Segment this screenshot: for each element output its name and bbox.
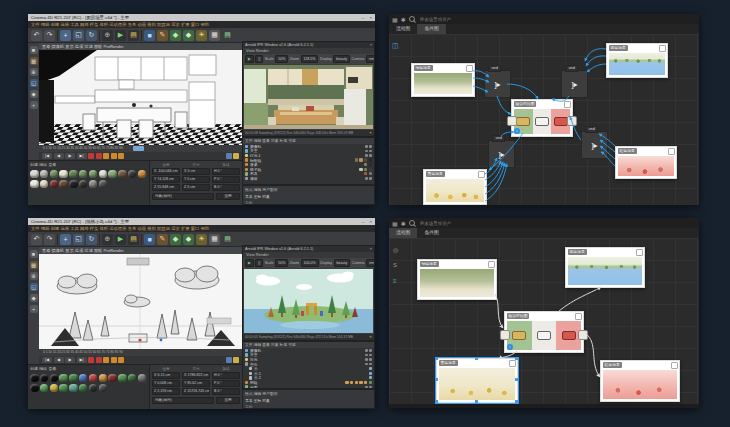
viewport-kitchen-wireframe[interactable] <box>39 50 242 145</box>
pos-z-field[interactable]: Z 2.193 cm <box>152 388 180 395</box>
node-menu-icon[interactable] <box>478 171 485 178</box>
material-swatch[interactable] <box>138 170 147 179</box>
viewport-menu[interactable]: 查看 摄像机 显示 选项 过滤 面板 ProRender <box>39 247 242 254</box>
merge-node[interactable]: und ]▸ <box>581 131 608 159</box>
info-badge[interactable]: i <box>514 128 520 134</box>
material-menu[interactable]: 创建 编辑 查看 <box>30 162 147 168</box>
go-start-button[interactable]: |◀ <box>42 357 52 363</box>
play-button[interactable]: ▶ <box>65 153 75 159</box>
material-manager[interactable]: 创建 编辑 查看 <box>28 364 149 409</box>
pos-y-field[interactable]: Y 74.118 cm <box>152 176 180 183</box>
material-swatch[interactable] <box>50 374 59 383</box>
ipr-play-icon[interactable]: ▶ <box>245 259 254 267</box>
node-green-scene[interactable]: 绿色场景 <box>417 259 497 300</box>
deformer-icon[interactable]: ◆ <box>170 234 181 245</box>
material-swatch[interactable] <box>99 170 108 179</box>
cube-primitive-icon[interactable]: ■ <box>144 30 155 41</box>
close-button[interactable]: × <box>369 219 372 224</box>
undo-icon[interactable]: ↶ <box>31 234 42 245</box>
arnold-ipr-window[interactable]: Arnold IPR Window v2.6 (Arnold 6.2.1.1) … <box>242 245 375 341</box>
grid-toggle-icon[interactable]: ▦ <box>392 16 398 23</box>
timeline-scrubber[interactable] <box>133 146 144 151</box>
graph-canvas[interactable]: ◎ S ≡ 绿色场景 <box>389 238 699 408</box>
texture-mode-icon[interactable]: ▦ <box>30 261 38 269</box>
c4d-window-kitchen[interactable]: Cinema 4D R21.207 (RC) - [厨房场景.c4d *] - … <box>28 14 375 205</box>
model-mode-icon[interactable]: ■ <box>30 250 38 258</box>
node-comparison[interactable]: 组合对比图 i <box>511 99 573 137</box>
material-swatch[interactable] <box>69 374 78 383</box>
arnold-ipr-window[interactable]: Arnold IPR Window v2.6 (Arnold 6.2.1.1) … <box>242 41 375 137</box>
rot-b-field[interactable]: B 0 ° <box>212 184 240 191</box>
input-port[interactable] <box>507 116 517 126</box>
keyframe-scale-icon[interactable] <box>111 357 117 363</box>
size-y-field[interactable]: Y 0 cm <box>182 176 210 183</box>
polygons-mode-icon[interactable]: ◆ <box>30 294 38 302</box>
merge-node[interactable]: und ]▸ <box>488 140 515 168</box>
search-input[interactable] <box>418 220 512 227</box>
timeline-ruler[interactable]: 0 5 10 15 20 25 30 35 40 45 50 55 60 65 … <box>39 349 242 356</box>
merge-node[interactable]: und ]▸ <box>561 70 588 98</box>
material-swatch[interactable] <box>79 170 88 179</box>
camera-dropdown[interactable]: renderview camera <box>366 55 374 63</box>
scale-value[interactable]: 50% <box>275 55 288 63</box>
attribute-menu[interactable]: 模式 编辑 用户数据 <box>245 391 372 396</box>
display-mode-icon[interactable]: ▤ <box>222 234 233 245</box>
render-settings-icon[interactable]: ▤ <box>128 234 139 245</box>
next-frame-button[interactable]: ▶| <box>77 153 87 159</box>
material-swatch[interactable] <box>30 170 39 179</box>
node-graph-condition[interactable]: ▦ ✱ 流程图 条件图 ◎ S ≡ <box>389 218 699 408</box>
node-red-scene[interactable]: 红色场景 <box>615 146 677 179</box>
merge-node[interactable]: und ]▸ <box>484 70 511 98</box>
display-dropdown[interactable]: beauty <box>333 55 350 63</box>
selection-handles[interactable] <box>435 357 438 360</box>
info-badge[interactable]: i <box>507 344 513 350</box>
s-view-icon[interactable]: S <box>393 262 397 268</box>
pos-x-field[interactable]: X 6.15 cm <box>152 372 180 379</box>
material-swatch[interactable] <box>128 374 137 383</box>
material-swatch[interactable] <box>99 180 108 189</box>
display-dropdown[interactable]: beauty <box>334 259 351 267</box>
tab-flow-graph[interactable]: 流程图 <box>389 24 417 34</box>
node-yellow-scene[interactable]: 黄色场景 <box>423 169 487 205</box>
keyframe-scale-icon[interactable] <box>111 153 117 159</box>
material-swatch[interactable] <box>79 180 88 189</box>
object-manager[interactable]: 文件 编辑 查看 对象 标签 书签 摄像机 天空 日光 空白 云 云.1 云.2… <box>242 341 375 389</box>
model-mode-icon[interactable]: ■ <box>30 46 38 54</box>
mograph-icon[interactable]: ◆ <box>183 30 194 41</box>
coord-mode-dropdown[interactable]: 对象(相对) <box>152 193 214 201</box>
move-tool-icon[interactable]: + <box>60 30 71 41</box>
tab-condition-graph[interactable]: 条件图 <box>417 24 445 34</box>
rot-p-field[interactable]: P 0 ° <box>212 176 240 183</box>
ipr-pause-icon[interactable]: || <box>255 55 263 63</box>
render-view-icon[interactable]: ▶ <box>115 234 126 245</box>
minimize-button[interactable]: – <box>362 15 364 20</box>
undo-icon[interactable]: ↶ <box>31 30 42 41</box>
node-graph-flow[interactable]: ▦ ✱ 流程图 条件图 ◫ <box>389 14 699 205</box>
mograph-icon[interactable]: ◆ <box>183 234 194 245</box>
scale-value[interactable]: 50% <box>275 259 288 267</box>
points-mode-icon[interactable]: ⊕ <box>30 68 38 76</box>
rot-h-field[interactable]: H 0 ° <box>212 168 240 175</box>
material-swatch[interactable] <box>59 374 68 383</box>
material-swatch[interactable] <box>40 384 49 393</box>
edges-mode-icon[interactable]: ◱ <box>30 79 38 87</box>
solo-icon[interactable] <box>226 153 232 159</box>
node-menu-icon[interactable] <box>671 362 678 369</box>
axis-lock-icon[interactable]: ⊕ <box>102 30 113 41</box>
prev-frame-button[interactable]: ◀ <box>54 357 64 363</box>
apply-button[interactable]: 应用 <box>216 193 240 201</box>
material-icon[interactable]: ▦ <box>209 30 220 41</box>
ipr-play-icon[interactable]: ▶ <box>245 55 254 63</box>
render-view-icon[interactable]: ▶ <box>115 30 126 41</box>
material-swatch[interactable] <box>89 384 98 393</box>
rot-p-field[interactable]: P 0 ° <box>212 380 240 387</box>
node-red-scene[interactable]: 红色场景 <box>600 360 680 402</box>
material-manager[interactable]: 创建 编辑 查看 <box>28 160 149 205</box>
globe-view-icon[interactable]: ◎ <box>393 246 398 253</box>
redo-icon[interactable]: ↷ <box>44 30 55 41</box>
snap-icon[interactable]: + <box>30 101 38 109</box>
material-swatch[interactable] <box>89 374 98 383</box>
material-swatch[interactable] <box>59 180 68 189</box>
tab-condition-graph[interactable]: 条件图 <box>417 228 445 238</box>
camera-dropdown[interactable]: renderview camera <box>366 259 374 267</box>
